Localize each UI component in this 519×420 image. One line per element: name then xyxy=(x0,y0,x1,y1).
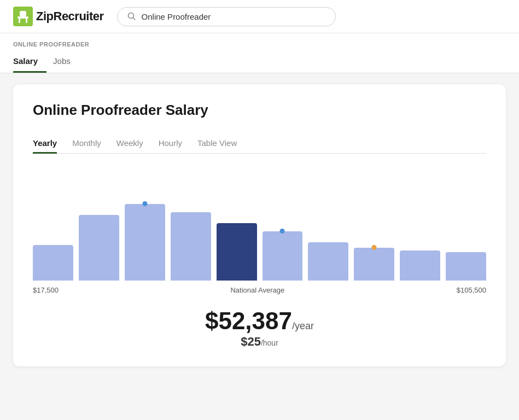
bar-dot-2 xyxy=(142,201,147,206)
chart-label-max: $105,500 xyxy=(457,286,486,294)
bar-dot-5 xyxy=(280,229,285,234)
breadcrumb: Online Proofreader xyxy=(13,33,506,48)
salary-card: Online Proofreader Salary Yearly Monthly… xyxy=(13,84,506,366)
view-tabs: Yearly Monthly Weekly Hourly Table View xyxy=(33,134,486,154)
bar-9 xyxy=(446,252,486,281)
header: ZipRecruiter xyxy=(0,0,519,33)
svg-rect-3 xyxy=(19,19,20,23)
svg-rect-4 xyxy=(26,19,27,23)
main-content: Online Proofreader Salary Yearly Monthly… xyxy=(0,73,519,377)
bar-segment-1 xyxy=(79,215,119,281)
bar-segment-8 xyxy=(400,250,440,281)
bar-0 xyxy=(33,245,73,281)
tab-monthly[interactable]: Monthly xyxy=(72,134,101,154)
logo-text: ZipRecruiter xyxy=(36,9,104,24)
search-icon xyxy=(127,12,136,21)
bar-segment-9 xyxy=(446,252,486,281)
main-tabs: Salary Jobs xyxy=(13,51,506,73)
salary-display: $52,387/year $25/hour xyxy=(33,307,486,349)
tab-table-view[interactable]: Table View xyxy=(197,134,237,154)
tab-weekly[interactable]: Weekly xyxy=(116,134,143,154)
ziprecruiter-logo-icon xyxy=(13,7,33,26)
bar-1 xyxy=(79,215,119,281)
svg-rect-1 xyxy=(18,16,28,19)
bar-6 xyxy=(308,242,348,281)
search-bar[interactable] xyxy=(117,7,336,26)
bar-8 xyxy=(400,250,440,281)
bar-dot-7 xyxy=(372,245,377,250)
chart-area: $17,500 National Average $105,500 xyxy=(33,171,486,294)
search-input[interactable] xyxy=(142,12,325,21)
bar-chart xyxy=(33,171,486,281)
bar-segment-4 xyxy=(217,223,257,281)
chart-label-avg: National Average xyxy=(230,286,284,294)
bar-segment-3 xyxy=(171,212,211,281)
bar-segment-2 xyxy=(125,204,165,281)
tab-salary[interactable]: Salary xyxy=(13,51,46,73)
bar-segment-7 xyxy=(354,248,394,281)
bar-7 xyxy=(354,248,394,281)
sub-header: Online Proofreader Salary Jobs xyxy=(0,33,519,73)
bar-4 xyxy=(217,223,257,281)
bar-segment-0 xyxy=(33,245,73,281)
chart-labels: $17,500 National Average $105,500 xyxy=(33,286,486,294)
bar-segment-5 xyxy=(263,231,303,281)
bar-segment-6 xyxy=(308,242,348,281)
bar-5 xyxy=(263,231,303,281)
logo[interactable]: ZipRecruiter xyxy=(13,7,104,26)
svg-line-6 xyxy=(133,18,135,20)
bar-3 xyxy=(171,212,211,281)
salary-main: $52,387/year xyxy=(33,307,486,335)
chart-label-min: $17,500 xyxy=(33,286,59,294)
salary-hourly: $25/hour xyxy=(33,335,486,349)
bar-2 xyxy=(125,204,165,281)
tab-jobs[interactable]: Jobs xyxy=(53,51,79,73)
tab-yearly[interactable]: Yearly xyxy=(33,134,57,154)
tab-hourly[interactable]: Hourly xyxy=(159,134,182,154)
svg-rect-2 xyxy=(20,11,26,16)
card-title: Online Proofreader Salary xyxy=(33,102,486,119)
